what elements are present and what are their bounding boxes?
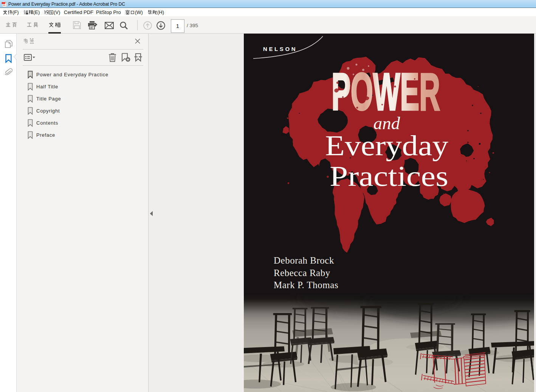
svg-text:NELSON: NELSON <box>263 46 297 52</box>
svg-text:Practices: Practices <box>330 160 448 192</box>
svg-text:Mark P. Thomas: Mark P. Thomas <box>274 280 338 290</box>
svg-text:Everyday: Everyday <box>325 130 448 161</box>
svg-text:Rebecca Raby: Rebecca Raby <box>274 268 330 278</box>
svg-text:Deborah Brock: Deborah Brock <box>274 255 334 265</box>
svg-text:POWER: POWER <box>332 62 440 121</box>
